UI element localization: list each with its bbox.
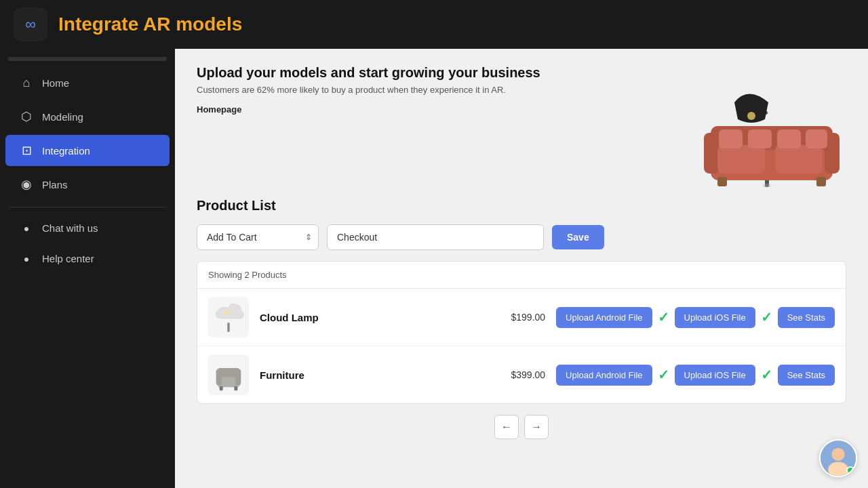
product-section: Product List Add To Cart Buy Now Wishlis… — [175, 198, 868, 488]
logo-icon: ∞ — [25, 16, 36, 33]
product-price-cloud-lamp: $199.00 — [491, 312, 545, 323]
svg-rect-21 — [216, 369, 222, 385]
help-icon: ● — [19, 253, 34, 264]
sidebar-item-integration[interactable]: ⊡ Integration — [5, 135, 170, 166]
svg-rect-12 — [806, 129, 827, 148]
save-button[interactable]: Save — [552, 225, 604, 249]
controls-row: Add To Cart Buy Now Wishlist ⇕ Save — [197, 224, 846, 250]
prev-page-button[interactable]: ← — [494, 415, 519, 439]
title-plain: Integrate — [58, 14, 143, 35]
upload-ios-btn-furniture[interactable]: Upload iOS File — [675, 365, 755, 386]
action-buttons-cloud-lamp: Upload Android File ✓ Upload iOS File ✓ … — [556, 307, 835, 328]
sidebar-item-home-label: Home — [42, 77, 69, 89]
upload-ios-btn-cloud-lamp[interactable]: Upload iOS File — [675, 307, 755, 328]
title-highlight: AR models — [143, 14, 242, 35]
svg-point-2 — [747, 112, 755, 120]
banner-subtitle: Customers are 62% more likely to buy a p… — [197, 85, 540, 95]
svg-rect-9 — [719, 129, 743, 148]
online-status-dot — [846, 466, 854, 474]
main-content: Upload your models and start growing you… — [175, 49, 868, 488]
add-to-cart-select[interactable]: Add To Cart Buy Now Wishlist — [197, 224, 319, 250]
svg-rect-24 — [234, 386, 237, 391]
plans-icon: ◉ — [19, 177, 34, 192]
android-check-icon-furniture: ✓ — [658, 367, 669, 383]
furniture-image — [212, 358, 245, 392]
checkout-input[interactable] — [327, 224, 544, 250]
app-title: Integrate AR models — [58, 14, 242, 35]
svg-rect-23 — [220, 386, 223, 391]
sidebar-item-chat[interactable]: ● Chat with us — [5, 214, 170, 242]
sidebar-item-plans-label: Plans — [42, 179, 68, 190]
table-row: Furniture $399.00 Upload Android File ✓ … — [197, 346, 846, 403]
product-price-furniture: $399.00 — [491, 369, 545, 380]
logo: ∞ — [14, 7, 47, 41]
next-page-button[interactable]: → — [524, 415, 549, 439]
svg-point-27 — [828, 462, 848, 477]
sidebar-item-modeling[interactable]: ⬡ Modeling — [5, 101, 170, 132]
sidebar-item-home[interactable]: ⌂ Home — [5, 68, 170, 98]
cloud-lamp-image — [212, 300, 245, 334]
chat-bubble[interactable] — [819, 439, 857, 477]
ios-check-icon-furniture: ✓ — [761, 367, 772, 383]
upload-android-btn-furniture[interactable]: Upload Android File — [556, 365, 652, 386]
product-thumb-cloud-lamp — [208, 297, 249, 338]
top-banner: Upload your models and start growing you… — [175, 49, 868, 198]
body-layout: ⌂ Home ⬡ Modeling ⊡ Integration ◉ Plans … — [0, 49, 868, 488]
sidebar: ⌂ Home ⬡ Modeling ⊡ Integration ◉ Plans … — [0, 49, 175, 488]
svg-rect-11 — [777, 129, 801, 148]
product-illustration — [697, 65, 846, 187]
add-to-cart-wrapper: Add To Cart Buy Now Wishlist ⇕ — [197, 224, 319, 250]
scroll-indicator — [8, 57, 167, 61]
product-list-title: Product List — [197, 198, 846, 214]
chat-icon: ● — [19, 223, 34, 234]
product-name-cloud-lamp: Cloud Lamp — [260, 312, 480, 323]
svg-rect-7 — [717, 145, 765, 174]
sidebar-divider — [8, 207, 167, 207]
upload-android-btn-cloud-lamp[interactable]: Upload Android File — [556, 307, 652, 328]
modeling-icon: ⬡ — [19, 109, 34, 124]
svg-point-18 — [224, 310, 229, 315]
svg-rect-16 — [227, 323, 229, 331]
table-row: Cloud Lamp $199.00 Upload Android File ✓… — [197, 289, 846, 346]
banner-text: Upload your models and start growing you… — [197, 65, 540, 115]
sidebar-item-help[interactable]: ● Help center — [5, 245, 170, 272]
product-thumb-furniture — [208, 354, 249, 395]
see-stats-btn-cloud-lamp[interactable]: See Stats — [778, 307, 835, 328]
product-name-furniture: Furniture — [260, 369, 480, 381]
sidebar-item-help-label: Help center — [42, 253, 94, 264]
svg-rect-22 — [235, 369, 241, 385]
banner-image — [697, 65, 846, 187]
svg-rect-14 — [816, 177, 826, 186]
sidebar-item-integration-label: Integration — [42, 145, 90, 157]
banner-title: Upload your models and start growing you… — [197, 65, 540, 81]
see-stats-btn-furniture[interactable]: See Stats — [778, 365, 835, 386]
svg-rect-10 — [748, 129, 772, 148]
svg-point-15 — [763, 184, 771, 187]
svg-rect-13 — [717, 177, 727, 186]
app-header: ∞ Integrate AR models — [0, 0, 868, 49]
pagination: ← → — [197, 415, 846, 439]
svg-point-28 — [832, 448, 845, 461]
ios-check-icon-cloud-lamp: ✓ — [761, 309, 772, 325]
svg-rect-5 — [704, 133, 719, 174]
integration-icon: ⊡ — [19, 143, 34, 158]
home-icon: ⌂ — [19, 76, 34, 90]
showing-label: Showing 2 Products — [197, 262, 846, 289]
svg-rect-8 — [775, 145, 823, 174]
sidebar-item-plans[interactable]: ◉ Plans — [5, 169, 170, 200]
android-check-icon-cloud-lamp: ✓ — [658, 309, 669, 325]
sidebar-item-chat-label: Chat with us — [42, 222, 98, 234]
action-buttons-furniture: Upload Android File ✓ Upload iOS File ✓ … — [556, 365, 835, 386]
product-table: Showing 2 Products Cloud Lamp $199.00 — [197, 261, 846, 404]
sidebar-item-modeling-label: Modeling — [42, 111, 83, 123]
homepage-link[interactable]: Homepage — [197, 104, 540, 115]
